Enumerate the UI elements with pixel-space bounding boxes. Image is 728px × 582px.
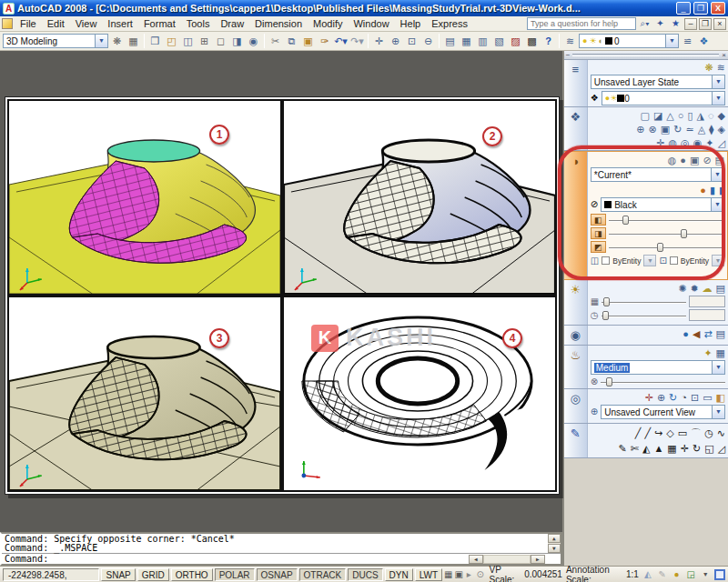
chevron-down-icon[interactable]: ▼ <box>95 35 107 47</box>
toggle-polar[interactable]: POLAR <box>215 568 255 581</box>
layer-manager-icon[interactable]: ≋ <box>717 62 725 73</box>
navigate-panel-icon[interactable]: ◉ <box>564 326 588 345</box>
dashboard-header[interactable]: − × <box>564 51 728 60</box>
view-panel-icon[interactable]: ◎ <box>564 389 588 423</box>
motion-path-icon[interactable]: ▤ <box>716 328 725 339</box>
planar-surface-icon[interactable]: ◆ <box>718 110 725 121</box>
markup-set-manager-icon[interactable]: ▨ <box>508 34 523 49</box>
toggle-ortho[interactable]: ORTHO <box>171 568 213 581</box>
layer-combo[interactable]: ● ☀ ◐ 0 ▼ <box>579 34 679 48</box>
render-quality-slider[interactable] <box>601 376 725 387</box>
command-prompt[interactable]: Command: <box>5 554 48 564</box>
menu-edit[interactable]: Edit <box>42 17 70 30</box>
conceptual-style-icon[interactable]: ⊘ <box>703 155 711 166</box>
layer-state-combo[interactable]: Unsaved Layer State ▼ <box>591 75 725 89</box>
sphere-icon[interactable]: ○ <box>678 110 684 121</box>
face-opacity-icon[interactable]: ◧ <box>591 214 606 226</box>
comm-center-icon[interactable]: ✦ <box>653 17 667 30</box>
render-icon[interactable]: ✦ <box>703 347 712 358</box>
viewport-4[interactable]: 4 <box>282 296 557 492</box>
sun-date-field[interactable] <box>689 296 725 307</box>
2d-draw-panel-icon[interactable]: ✎ <box>564 424 588 457</box>
chevron-down-icon[interactable]: ▼ <box>712 255 724 266</box>
workspace-combo[interactable]: 3D Modeling ▼ <box>3 34 108 48</box>
sun-time-slider[interactable] <box>602 310 686 321</box>
viewport-1[interactable]: 1 <box>7 99 282 296</box>
torus-icon[interactable]: ◌ <box>708 110 714 121</box>
orbit-icon[interactable]: ↻ <box>669 392 677 403</box>
3d-move-icon[interactable]: ✛ <box>656 137 664 148</box>
menu-modify[interactable]: Modify <box>308 17 348 30</box>
loft-icon[interactable]: ≃ <box>685 124 693 135</box>
rotate-icon[interactable]: ↻ <box>693 443 701 454</box>
quickcalc-icon[interactable]: ▩ <box>524 34 540 49</box>
scroll-right-icon[interactable]: ▶ <box>531 555 545 564</box>
obscured-edge-icon[interactable]: ◫ <box>591 256 599 266</box>
command-history[interactable]: Command: Specify opposite corner: *Cance… <box>2 534 561 554</box>
menu-tools[interactable]: Tools <box>181 17 216 30</box>
zoom-previous-icon[interactable]: ⊖ <box>420 34 436 49</box>
menu-draw[interactable]: Draw <box>215 17 249 30</box>
sun-status-icon[interactable]: ☁ <box>703 283 713 294</box>
vp-scale-value[interactable]: 0.004251 <box>524 569 562 579</box>
help-icon[interactable]: ? <box>541 34 556 49</box>
polyline-icon[interactable]: ╱ <box>644 427 651 438</box>
parallel-projection-icon[interactable]: ▭ <box>703 392 712 403</box>
plot-icon[interactable]: ⊞ <box>197 34 212 49</box>
circle-icon[interactable]: ◷ <box>704 427 713 438</box>
named-view-combo[interactable]: Unsaved Current View ▼ <box>601 405 725 419</box>
light-panel-icon[interactable]: ☀ <box>564 280 588 325</box>
intersection-edge-checkbox[interactable] <box>670 256 678 265</box>
chevron-down-icon[interactable]: ▼ <box>712 406 724 418</box>
command-window[interactable]: Command: Specify opposite corner: *Cance… <box>0 532 562 566</box>
point-light-icon[interactable]: ✺ <box>678 283 686 294</box>
zoom-window-icon[interactable]: ⊡ <box>404 34 420 49</box>
paper-space-icon[interactable]: ▣ <box>455 569 463 579</box>
match-properties-icon[interactable]: ✑ <box>317 34 332 49</box>
union-icon[interactable]: ◬ <box>698 124 705 135</box>
3d-rotate-icon[interactable]: ◍ <box>668 137 677 148</box>
cylinder-icon[interactable]: ▯ <box>687 110 693 121</box>
designcenter-icon[interactable]: ▦ <box>459 34 474 49</box>
polygon-icon[interactable]: ◇ <box>666 427 673 438</box>
command-scrollbar[interactable]: ▲ ▼ <box>548 534 561 553</box>
fly-icon[interactable]: ◀ <box>693 328 700 339</box>
3d-hidden-icon[interactable]: ● <box>680 155 686 166</box>
toggle-otrack[interactable]: OTRACK <box>299 568 347 581</box>
undo-icon[interactable]: ↶▾ <box>333 34 349 49</box>
menu-insert[interactable]: Insert <box>102 17 138 30</box>
toolbar-lock-icon[interactable]: ● <box>672 569 682 579</box>
pan-icon[interactable]: ✛ <box>371 34 387 49</box>
annotation-scale-value[interactable]: 1:1 <box>626 569 639 579</box>
visual-style-combo[interactable]: *Current* ▼ <box>591 167 724 182</box>
trim-icon[interactable]: ◱ <box>704 443 713 454</box>
arc-icon[interactable]: ⌒ <box>691 427 701 438</box>
sun-time-field[interactable] <box>689 309 725 321</box>
edge-jitter-icon[interactable]: ◩ <box>591 241 606 253</box>
wedge-icon[interactable]: ◪ <box>653 110 662 121</box>
scroll-left-icon[interactable]: ◀ <box>469 555 483 564</box>
extrude-icon[interactable]: ⊗ <box>649 124 657 135</box>
light-list-icon[interactable]: ▤ <box>716 283 725 294</box>
face-opacity-slider[interactable] <box>609 215 724 226</box>
chevron-down-icon[interactable]: ▼ <box>700 571 711 577</box>
menu-window[interactable]: Window <box>348 17 394 30</box>
model-space-icon[interactable]: ▦ <box>444 569 452 579</box>
manage-styles-icon[interactable]: ▤ <box>715 155 724 166</box>
menu-file[interactable]: File <box>15 17 42 30</box>
menu-express[interactable]: Express <box>426 17 473 30</box>
toggle-grid[interactable]: GRID <box>137 568 169 581</box>
copy-icon[interactable]: ⧉ <box>284 34 299 49</box>
chevron-down-icon[interactable]: ▼ <box>665 35 678 47</box>
drawing-canvas[interactable]: 1 <box>0 51 562 532</box>
chevron-down-icon[interactable]: ▼ <box>711 198 723 211</box>
window-layout-icon[interactable]: ▦ <box>126 34 141 49</box>
render-preset-combo[interactable]: Medium ▼ <box>591 360 725 375</box>
fillet-icon[interactable]: ◿ <box>718 443 725 454</box>
help-search-input[interactable] <box>527 17 636 30</box>
3d-make-panel-icon[interactable]: ❖ <box>564 107 588 150</box>
menu-help[interactable]: Help <box>395 17 427 30</box>
spline-icon[interactable]: ∿ <box>717 427 725 438</box>
paste-icon[interactable]: ▣ <box>300 34 316 49</box>
publish-icon[interactable]: ◨ <box>229 34 245 49</box>
